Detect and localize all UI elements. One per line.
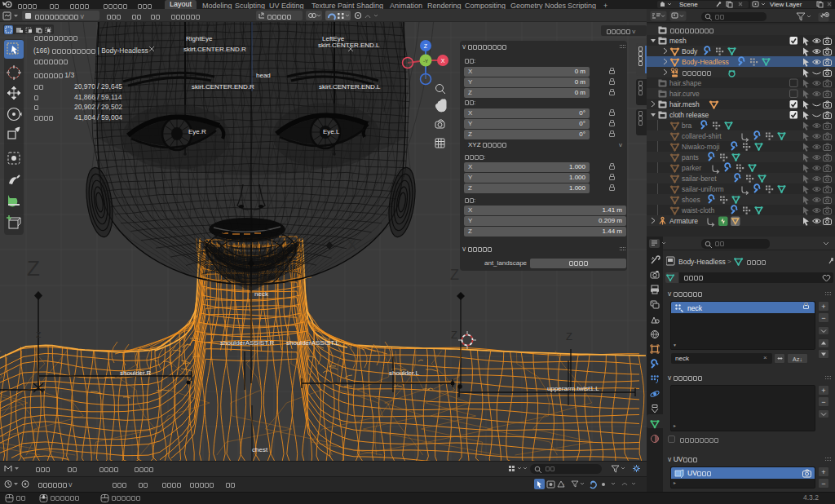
svg-text:Z: Z (424, 43, 428, 49)
svg-text:-Y: -Y (423, 59, 428, 64)
svg-text:X: X (441, 58, 445, 64)
svg-text:Scene: Scene (679, 1, 698, 8)
svg-text:View Layer: View Layer (770, 1, 802, 8)
